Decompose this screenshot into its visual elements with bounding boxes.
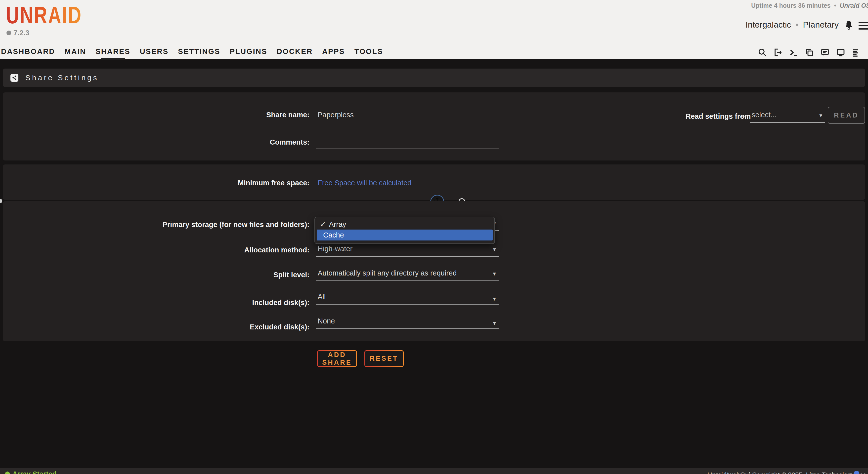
- read-settings-select-value: select...: [752, 111, 777, 119]
- feedback-icon[interactable]: [820, 48, 830, 57]
- copy-icon[interactable]: [805, 48, 814, 57]
- unraid-share-settings-page: UNRAID 7.2.3 Uptime 4 hours 36 minutes •…: [0, 0, 868, 474]
- nav-tab-main[interactable]: MAIN: [65, 47, 86, 58]
- min-free-space-input[interactable]: [316, 177, 499, 190]
- included-disks-label: Included disk(s):: [124, 299, 309, 307]
- reset-button[interactable]: RESET: [364, 350, 404, 367]
- notifications-bell-icon[interactable]: [844, 20, 854, 31]
- uptime-status: Uptime 4 hours 36 minutes • Unraid OS St…: [751, 2, 868, 9]
- edge-dot-icon: [0, 199, 2, 203]
- dropdown-option-cache[interactable]: Cache: [317, 230, 493, 240]
- version-indicator: 7.2.3: [6, 29, 30, 37]
- included-disks-value: All: [318, 293, 326, 301]
- server-identity: Intergalactic • Planetary: [745, 20, 839, 30]
- share-name-label: Share name:: [124, 111, 309, 119]
- separator-bullet: •: [834, 2, 836, 9]
- allocation-method-label: Allocation method:: [124, 246, 309, 254]
- array-status: Array Started: [5, 470, 56, 474]
- allocation-method-select[interactable]: High-water ▼: [316, 244, 499, 257]
- uptime-text: Uptime 4 hours 36 minutes: [751, 2, 831, 9]
- nav-tab-plugins[interactable]: PLUGINS: [230, 47, 267, 58]
- read-button[interactable]: READ: [828, 107, 865, 124]
- nav-tab-docker[interactable]: DOCKER: [277, 47, 313, 58]
- arrow-left-icon: ←: [739, 110, 748, 121]
- top-header: UNRAID 7.2.3 Uptime 4 hours 36 minutes •…: [0, 0, 868, 60]
- dropdown-option-array[interactable]: ✓Array: [315, 217, 494, 229]
- dropdown-option-array-label: Array: [329, 221, 346, 228]
- nav-tab-users[interactable]: USERS: [140, 47, 168, 58]
- share-icon: [10, 74, 19, 82]
- comments-label: Comments:: [124, 138, 309, 146]
- excluded-disks-select[interactable]: None ▼: [316, 316, 499, 329]
- nav-tab-shares[interactable]: SHARES: [95, 47, 130, 58]
- name-comments-panel: [3, 93, 865, 161]
- split-level-value: Automatically split any directory as req…: [318, 269, 457, 277]
- log-icon[interactable]: [851, 48, 861, 57]
- server-description: Planetary: [803, 20, 839, 30]
- chevron-down-icon: ▼: [492, 271, 497, 277]
- terminal-icon[interactable]: [789, 48, 798, 57]
- server-name: Intergalactic: [745, 20, 791, 30]
- excluded-disks-label: Excluded disk(s):: [124, 323, 309, 331]
- page-title: Share Settings: [25, 73, 99, 82]
- version-dot-icon: [6, 31, 11, 35]
- excluded-disks-value: None: [318, 317, 335, 325]
- included-disks-select[interactable]: All ▼: [316, 292, 499, 305]
- footer-badge-icon: [854, 471, 859, 474]
- logout-icon[interactable]: [773, 48, 783, 57]
- separator-bullet: •: [796, 20, 798, 30]
- nav-tab-dashboard[interactable]: DASHBOARD: [1, 47, 55, 58]
- unraid-logo[interactable]: UNRAID: [6, 1, 82, 29]
- nav-tab-apps[interactable]: APPS: [322, 47, 345, 58]
- nav-tab-tools[interactable]: TOOLS: [354, 47, 383, 58]
- min-free-space-label: Minimum free space:: [124, 179, 309, 187]
- allocation-method-value: High-water: [318, 245, 352, 253]
- main-nav: DASHBOARD MAIN SHARES USERS SETTINGS PLU…: [1, 47, 383, 58]
- array-status-text: Array Started: [12, 470, 56, 474]
- chevron-down-icon: ▼: [492, 320, 497, 326]
- primary-storage-dropdown-menu: ✓Array Cache: [314, 216, 495, 244]
- chevron-down-icon: ▼: [492, 296, 497, 302]
- chevron-down-icon: ▼: [818, 113, 823, 118]
- split-level-label: Split level:: [124, 271, 309, 279]
- comments-input[interactable]: [316, 136, 499, 149]
- check-icon: ✓: [320, 221, 326, 228]
- share-name-input[interactable]: [316, 109, 499, 122]
- chevron-down-icon: ▼: [492, 247, 497, 252]
- utility-icon-bar: [757, 48, 868, 57]
- version-label: 7.2.3: [13, 29, 30, 37]
- menu-hamburger-icon[interactable]: [859, 22, 868, 32]
- page-title-bar: Share Settings: [3, 69, 865, 87]
- add-share-button[interactable]: ADD SHARE: [317, 350, 357, 367]
- split-level-select[interactable]: Automatically split any directory as req…: [316, 268, 499, 281]
- copyright-text: Unraid/webGui Copyright © 2025, Lime Tec…: [707, 471, 868, 474]
- nav-tab-settings[interactable]: SETTINGS: [178, 47, 220, 58]
- status-dot-icon: [5, 472, 10, 474]
- read-settings-select[interactable]: select... ▼: [750, 110, 825, 123]
- search-icon[interactable]: [757, 48, 767, 57]
- monitor-icon[interactable]: [836, 48, 845, 57]
- primary-storage-label: Primary storage (for new files and folde…: [124, 221, 309, 229]
- os-edition-text: Unraid OS Starter: [840, 2, 868, 9]
